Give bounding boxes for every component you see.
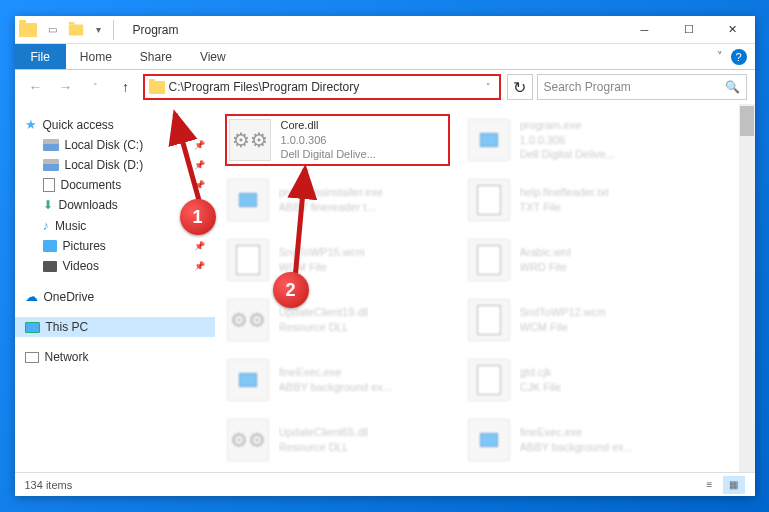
ribbon-right: ˅ ?: [709, 44, 755, 69]
title-bar: ▭ ▾ Program ─ ☐ ✕: [15, 16, 755, 44]
nav-label: Downloads: [59, 198, 118, 212]
file-meta: WRD File: [520, 260, 572, 275]
file-item[interactable]: SndToWP15.wcmWCM File: [225, 234, 450, 286]
callout-number: 2: [285, 280, 295, 301]
nav-item-videos[interactable]: Videos📌: [15, 256, 215, 276]
titlebar-icons: ▭ ▾: [15, 20, 125, 40]
nav-label: Documents: [61, 178, 122, 192]
back-button[interactable]: ←: [23, 74, 49, 100]
scrollbar[interactable]: [739, 104, 755, 472]
file-item[interactable]: programsinstaller.exeABBY finereader t..…: [225, 174, 450, 226]
recent-dropdown-icon[interactable]: ˅: [83, 74, 109, 100]
document-icon: [43, 178, 55, 192]
maximize-button[interactable]: ☐: [667, 16, 711, 44]
tab-home[interactable]: Home: [66, 44, 126, 69]
search-box[interactable]: Search Program 🔍: [537, 74, 747, 100]
svg-line-1: [175, 114, 200, 204]
file-tab[interactable]: File: [15, 44, 66, 69]
tab-view[interactable]: View: [186, 44, 240, 69]
file-info: Core.dll 1.0.0.306 Dell Digital Delive..…: [281, 118, 376, 163]
file-item[interactable]: help.finefleader.txtTXT File: [466, 174, 691, 226]
refresh-button[interactable]: ↻: [507, 74, 533, 100]
nav-label: Network: [45, 350, 89, 364]
nav-group-onedrive: ☁OneDrive: [15, 286, 215, 307]
download-icon: ⬇: [43, 198, 53, 212]
nav-label: Pictures: [63, 239, 106, 253]
nav-label: Music: [55, 219, 86, 233]
qat-properties-icon[interactable]: ▭: [43, 20, 63, 40]
search-icon[interactable]: 🔍: [725, 80, 740, 94]
file-item[interactable]: ⚙⚙UpdateClient19.dllResource DLL: [225, 294, 450, 346]
pin-icon: 📌: [194, 241, 205, 251]
file-meta: ABBY background ex...: [279, 380, 393, 395]
nav-label: Local Disk (C:): [65, 138, 144, 152]
explorer-window: ▭ ▾ Program ─ ☐ ✕ File Home Share View ˅…: [15, 16, 755, 496]
window-title: Program: [133, 23, 179, 37]
svg-line-3: [295, 169, 305, 279]
file-meta: Dell Digital Delive...: [520, 147, 615, 162]
file-name: UpdateClient65.dll: [279, 425, 369, 440]
file-item[interactable]: fineExec.exeABBY background ex...: [466, 414, 691, 466]
nav-label: OneDrive: [44, 290, 95, 304]
file-item[interactable]: fineExec.exeABBY background ex...: [225, 354, 450, 406]
tab-share[interactable]: Share: [126, 44, 186, 69]
file-meta: TXT File: [520, 200, 609, 215]
file-item[interactable]: Arabic.wrdWRD File: [466, 234, 691, 286]
video-icon: [43, 261, 57, 272]
file-name: Arabic.wrd: [520, 245, 572, 260]
music-icon: ♪: [43, 218, 50, 233]
view-details-button[interactable]: ≡: [699, 476, 721, 494]
nav-onedrive[interactable]: ☁OneDrive: [15, 286, 215, 307]
quick-access-toolbar: ▭ ▾: [43, 20, 109, 40]
file-icon: [227, 239, 269, 281]
address-bar[interactable]: C:\Program Files\Program Directory ˅: [143, 74, 501, 100]
quick-access-label: Quick access: [43, 118, 114, 132]
file-item[interactable]: program.exe1.0.0.306Dell Digital Delive.…: [466, 114, 691, 166]
annotation-callout-2: 2: [273, 272, 309, 308]
close-button[interactable]: ✕: [711, 16, 755, 44]
dll-icon: ⚙⚙: [227, 419, 269, 461]
file-meta: WCM File: [520, 320, 607, 335]
app-icon: [227, 359, 269, 401]
file-item-core-dll[interactable]: ⚙⚙ Core.dll 1.0.0.306 Dell Digital Deliv…: [225, 114, 450, 166]
annotation-arrow-1: [165, 104, 235, 214]
window-controls: ─ ☐ ✕: [623, 16, 755, 44]
scrollbar-thumb[interactable]: [740, 106, 754, 136]
nav-label: This PC: [46, 320, 89, 334]
callout-number: 1: [192, 207, 202, 228]
up-button[interactable]: ↑: [113, 74, 139, 100]
minimize-button[interactable]: ─: [623, 16, 667, 44]
file-meta: CJK File: [520, 380, 562, 395]
dll-icon: ⚙⚙: [227, 299, 269, 341]
qat-new-folder-icon[interactable]: [66, 20, 86, 40]
file-item[interactable]: gtd.cjkCJK File: [466, 354, 691, 406]
annotation-callout-1: 1: [180, 199, 216, 235]
ribbon-expand-icon[interactable]: ˅: [717, 50, 723, 63]
file-item[interactable]: ⚙⚙UpdateClient65.dllResource DLL: [225, 414, 450, 466]
file-name: gtd.cjk: [520, 365, 562, 380]
cloud-icon: ☁: [25, 289, 38, 304]
pin-icon: 📌: [194, 261, 205, 271]
file-name: SndToWP12.wcm: [520, 305, 607, 320]
forward-button[interactable]: →: [53, 74, 79, 100]
file-icon: [468, 239, 510, 281]
network-icon: [25, 352, 39, 363]
nav-this-pc[interactable]: This PC: [15, 317, 215, 337]
file-name: fineExec.exe: [520, 425, 634, 440]
address-path[interactable]: C:\Program Files\Program Directory: [169, 80, 478, 94]
folder-icon: [149, 81, 165, 94]
status-view-switcher: ≡ ▦: [699, 476, 745, 494]
ribbon: File Home Share View ˅ ?: [15, 44, 755, 70]
file-item[interactable]: SndToWP12.wcmWCM File: [466, 294, 691, 346]
separator: [113, 20, 119, 40]
txt-icon: [468, 179, 510, 221]
view-tiles-button[interactable]: ▦: [723, 476, 745, 494]
search-placeholder: Search Program: [544, 80, 725, 94]
nav-network[interactable]: Network: [15, 347, 215, 367]
qat-dropdown-icon[interactable]: ▾: [89, 20, 109, 40]
address-dropdown-icon[interactable]: ˅: [482, 82, 495, 92]
help-icon[interactable]: ?: [731, 49, 747, 65]
nav-item-pictures[interactable]: Pictures📌: [15, 236, 215, 256]
file-version: 1.0.0.306: [281, 133, 376, 148]
app-icon: [468, 119, 510, 161]
